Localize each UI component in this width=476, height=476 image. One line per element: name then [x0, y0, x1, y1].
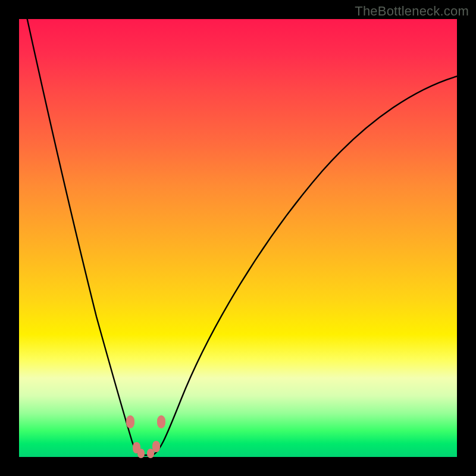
chart-frame: TheBottleneck.com: [0, 0, 476, 476]
marker-dot: [126, 415, 134, 428]
marker-dot: [137, 449, 145, 458]
curve-right-branch: [151, 76, 459, 455]
marker-dot: [157, 415, 165, 428]
bottleneck-curve: [19, 19, 457, 457]
curve-left-branch: [26, 14, 142, 455]
attribution-watermark: TheBottleneck.com: [355, 4, 469, 19]
marker-dot: [152, 441, 160, 452]
curve-markers: [126, 415, 165, 458]
chart-plot-area: [19, 19, 457, 457]
